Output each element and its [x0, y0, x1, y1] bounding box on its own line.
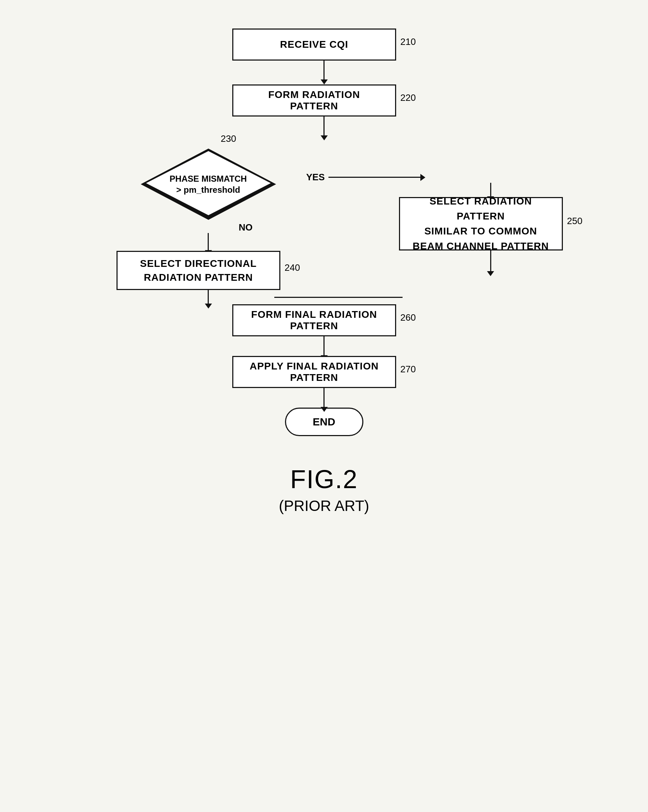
- figure-caption: FIG.2 (PRIOR ART): [279, 465, 369, 514]
- select-similar-label: SELECT RADIATION PATTERNSIMILAR TO COMMO…: [411, 194, 551, 254]
- select-similar-box: SELECT RADIATION PATTERNSIMILAR TO COMMO…: [399, 197, 563, 250]
- apply-final-box: APPLY FINAL RADIATION PATTERN: [232, 356, 396, 388]
- arrow-4: [323, 388, 325, 408]
- arrow-merge: [208, 290, 209, 304]
- receive-cqi-box: RECEIVE CQI: [232, 29, 396, 61]
- ref-220: 220: [400, 92, 416, 103]
- form-radiation-box: FORM RADIATION PATTERN: [232, 84, 396, 116]
- apply-final-label: APPLY FINAL RADIATION PATTERN: [244, 360, 384, 383]
- select-directional-box: SELECT DIRECTIONALRADIATION PATTERN: [116, 251, 281, 290]
- yes-label: YES: [306, 172, 325, 183]
- end-label: END: [313, 416, 335, 428]
- ref-210: 210: [400, 36, 416, 47]
- arrow-3: [323, 336, 325, 356]
- flowchart-diagram: RECEIVE CQI 210 FORM RADIATION PATTERN 2…: [39, 21, 609, 514]
- merge-line-h: [274, 297, 403, 298]
- ref-250: 250: [567, 215, 582, 227]
- arrow-2: [323, 116, 325, 136]
- form-final-label: FORM FINAL RADIATION PATTERN: [244, 309, 384, 332]
- arrow-250-down: [490, 250, 491, 272]
- arrow-yes-h: [328, 177, 421, 178]
- form-final-box: FORM FINAL RADIATION PATTERN: [232, 304, 396, 336]
- no-label: NO: [153, 222, 253, 233]
- ref-230: 230: [221, 133, 236, 144]
- select-directional-label: SELECT DIRECTIONALRADIATION PATTERN: [140, 256, 257, 284]
- arrow-no: [208, 233, 209, 251]
- ref-240: 240: [285, 262, 300, 273]
- ref-260: 260: [400, 312, 416, 323]
- arrow-1: [323, 61, 325, 80]
- phase-mismatch-diamond: PHASE MISMATCH> pm_threshold: [141, 148, 276, 220]
- fig-subtitle: (PRIOR ART): [279, 498, 369, 514]
- fig-title: FIG.2: [279, 465, 369, 494]
- receive-cqi-label: RECEIVE CQI: [280, 39, 348, 50]
- phase-mismatch-label: PHASE MISMATCH> pm_threshold: [159, 173, 258, 195]
- ref-270: 270: [400, 364, 416, 375]
- end-terminal: END: [285, 408, 363, 436]
- form-radiation-label: FORM RADIATION PATTERN: [244, 89, 384, 112]
